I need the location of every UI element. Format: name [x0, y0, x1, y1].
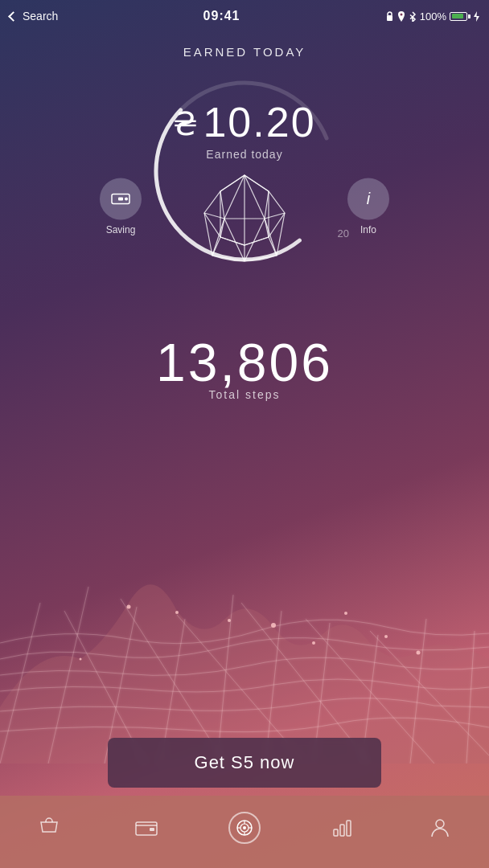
- status-time: 09:41: [203, 9, 240, 23]
- back-label[interactable]: Search: [23, 10, 58, 23]
- svg-point-20: [417, 651, 421, 655]
- status-right: 100%: [385, 10, 479, 23]
- info-icon: i: [347, 178, 389, 219]
- svg-line-42: [265, 219, 277, 256]
- lock-icon: [385, 11, 394, 22]
- svg-point-18: [271, 623, 276, 628]
- svg-point-64: [436, 820, 444, 828]
- nav-item-home[interactable]: [228, 812, 261, 844]
- bluetooth-icon: [409, 11, 417, 22]
- gauge-center: ₴ 10.20 Earned today: [173, 98, 315, 268]
- svg-point-32: [125, 197, 128, 200]
- main-content: EARNED TODAY Saving ₴ 10.20: [0, 32, 489, 401]
- page-title: EARNED TODAY: [183, 45, 306, 59]
- gem-shape: [192, 169, 297, 268]
- svg-point-22: [384, 635, 388, 638]
- svg-marker-27: [474, 11, 479, 22]
- nav-item-wallet[interactable]: [130, 812, 162, 844]
- steps-section: 13,806 Total steps: [156, 332, 333, 401]
- info-button[interactable]: i Info: [347, 178, 389, 235]
- earned-label: Earned today: [206, 148, 282, 161]
- profile-icon: [424, 812, 456, 844]
- svg-rect-31: [118, 197, 123, 200]
- home-icon: [228, 812, 261, 844]
- location-icon: [397, 11, 405, 22]
- info-label: Info: [360, 224, 376, 235]
- svg-point-19: [344, 612, 347, 615]
- svg-point-16: [127, 605, 131, 609]
- svg-point-21: [175, 611, 179, 614]
- nav-item-stats[interactable]: [327, 812, 359, 844]
- cta-button[interactable]: Get S5 now: [108, 738, 381, 788]
- svg-rect-53: [150, 828, 154, 831]
- currency-symbol: ₴: [173, 105, 199, 142]
- status-bar: Search 09:41 100%: [0, 0, 489, 32]
- nav-item-shop[interactable]: [33, 812, 65, 844]
- saving-icon: [100, 178, 142, 219]
- battery-percent: 100%: [420, 10, 446, 23]
- svg-point-26: [400, 13, 402, 15]
- charging-icon: [474, 11, 479, 22]
- svg-point-23: [80, 658, 82, 661]
- stats-icon: [327, 812, 359, 844]
- svg-point-56: [243, 826, 246, 829]
- steps-label: Total steps: [209, 388, 281, 401]
- gauge-max-label: 20: [338, 227, 349, 240]
- battery-icon: [450, 12, 471, 21]
- cta-section: Get S5 now: [108, 738, 381, 788]
- saving-label: Saving: [106, 224, 136, 235]
- svg-line-41: [212, 219, 224, 256]
- svg-rect-62: [340, 825, 344, 836]
- svg-point-17: [228, 619, 231, 622]
- status-left: Search: [10, 10, 58, 23]
- svg-rect-61: [334, 829, 338, 836]
- saving-button[interactable]: Saving: [100, 178, 142, 235]
- bottom-nav: [0, 796, 489, 868]
- earned-amount: ₴ 10.20: [173, 98, 315, 146]
- svg-rect-63: [347, 821, 351, 836]
- shop-icon: [33, 812, 65, 844]
- svg-rect-25: [387, 15, 392, 21]
- wire-mesh-bg: [0, 482, 489, 764]
- earned-value: 10.20: [203, 98, 315, 146]
- steps-count: 13,806: [156, 332, 333, 393]
- gauge-section: Saving ₴ 10.20 Earned today: [92, 67, 397, 324]
- svg-point-24: [312, 641, 315, 645]
- wallet-icon: [130, 812, 162, 844]
- nav-item-profile[interactable]: [424, 812, 456, 844]
- back-chevron-icon: [8, 11, 18, 22]
